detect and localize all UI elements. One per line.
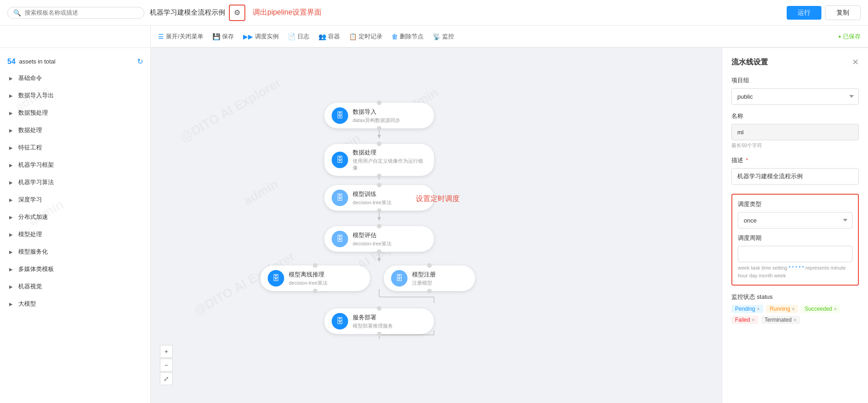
period-hint: week task time setting * * * * * represe… — [738, 264, 852, 279]
sidebar-item-label-11: 多媒体类模板 — [18, 265, 54, 273]
main-layout: 54 assets in total ↻ admin admin ▶ 基础命令 … — [0, 48, 868, 403]
sidebar-item-2[interactable]: ▶ 数据预处理 — [0, 104, 150, 122]
toolbar-expand[interactable]: ☰ 展开/关闭菜单 — [158, 32, 203, 41]
toolbar-monitor[interactable]: 📡 监控 — [433, 32, 454, 41]
node-model-eval-title: 模型评估 — [353, 231, 427, 239]
status-failed-label: Failed — [735, 317, 750, 323]
sidebar-item-12[interactable]: ▶ 机器视觉 — [0, 278, 150, 295]
pipeline-title: 机器学习建模全流程示例 — [150, 8, 225, 17]
schedule-type-select[interactable]: once cron manual — [738, 212, 852, 228]
node-model-eval[interactable]: 🗄 模型评估 decision-tree算法 — [324, 226, 434, 252]
saved-badge: ● 已保存 — [838, 32, 861, 41]
status-terminated-close[interactable]: × — [794, 318, 796, 323]
node-data-import-connector-top — [377, 101, 381, 105]
sidebar-item-10[interactable]: ▶ 模型服务化 — [0, 243, 150, 260]
zoom-in-button[interactable]: + — [160, 345, 173, 358]
name-input[interactable] — [731, 124, 859, 140]
node-model-register-icon: 🗄 — [391, 270, 408, 286]
sidebar-item-label-2: 数据预处理 — [18, 109, 48, 117]
monitor-icon: 📡 — [433, 33, 440, 40]
sidebar-chevron-11: ▶ — [9, 267, 13, 272]
toolbar-schedule[interactable]: ▶▶ 调度实例 — [243, 32, 279, 41]
search-box[interactable]: 🔍 — [7, 7, 144, 19]
status-succeeded-close[interactable]: × — [834, 307, 836, 312]
desc-label: 描述 * — [731, 156, 859, 164]
pipeline-svg — [151, 48, 722, 403]
header-title-area: 机器学习建模全流程示例 ⚙ 调出pipeline设置界面 — [150, 5, 781, 21]
node-service-deploy[interactable]: 🗄 服务部署 模型部署推理服务 — [324, 308, 434, 334]
status-failed-close[interactable]: × — [752, 318, 755, 323]
sidebar-item-3[interactable]: ▶ 数据处理 — [0, 122, 150, 139]
node-model-train[interactable]: 🗄 模型训练 decision-tree算法 — [324, 185, 434, 211]
sidebar-item-1[interactable]: ▶ 数据导入导出 — [0, 87, 150, 104]
toolbar-timer[interactable]: 📋 定时记录 — [349, 32, 382, 41]
node-service-deploy-connector-top — [377, 306, 381, 311]
name-section: 名称 最长50个字符 — [731, 112, 859, 149]
node-data-import[interactable]: 🗄 数据导入 datax异构数据源同步 — [324, 103, 434, 128]
status-tag-running: Running × — [766, 305, 799, 313]
sidebar-item-label-13: 大模型 — [18, 300, 36, 308]
search-icon: 🔍 — [13, 9, 21, 16]
panel-close-button[interactable]: ✕ — [852, 57, 859, 67]
sidebar-item-0[interactable]: ▶ 基础命令 — [0, 69, 150, 87]
sidebar-chevron-0: ▶ — [9, 76, 13, 81]
sidebar-chevron-7: ▶ — [9, 197, 13, 202]
node-model-train-desc: decision-tree算法 — [353, 199, 427, 206]
node-data-import-icon: 🗄 — [332, 107, 348, 124]
schedule-type-label: 调度类型 — [738, 200, 852, 208]
node-data-process-connector-top — [377, 142, 381, 146]
node-model-eval-icon: 🗄 — [332, 231, 348, 247]
schedule-period-label: 调度周期 — [738, 234, 852, 242]
node-model-infer-connector-bottom — [313, 289, 318, 293]
refresh-button[interactable]: ↻ — [137, 57, 143, 66]
copy-button[interactable]: 复制 — [825, 5, 861, 20]
sidebar-item-4[interactable]: ▶ 特征工程 — [0, 139, 150, 156]
node-model-train-icon: 🗄 — [332, 190, 348, 206]
node-model-train-content: 模型训练 decision-tree算法 — [353, 190, 427, 206]
run-button[interactable]: 运行 — [787, 6, 821, 20]
node-model-register[interactable]: 🗄 模型注册 注册模型 — [384, 265, 475, 291]
sidebar-item-8[interactable]: ▶ 分布式加速 — [0, 208, 150, 226]
status-tag-failed: Failed × — [731, 316, 758, 324]
project-group-select[interactable]: public — [731, 88, 859, 105]
search-input[interactable] — [25, 9, 134, 16]
toolbar-container[interactable]: 👥 容器 — [318, 32, 340, 41]
zoom-out-button[interactable]: − — [160, 359, 173, 371]
sidebar-chevron-5: ▶ — [9, 163, 13, 168]
node-model-register-content: 模型注册 注册模型 — [412, 270, 468, 286]
svg-marker-12 — [377, 217, 381, 221]
node-model-infer-desc: decision-tree算法 — [289, 280, 363, 286]
status-terminated-label: Terminated — [765, 317, 792, 323]
desc-textarea[interactable]: 机器学习建模全流程示例 — [731, 168, 859, 185]
toolbar-delete[interactable]: 🗑 删除节点 — [392, 32, 423, 41]
status-running-label: Running — [770, 306, 790, 312]
node-data-import-title: 数据导入 — [353, 108, 427, 116]
schedule-period-input[interactable] — [738, 246, 852, 262]
status-pending-label: Pending — [735, 306, 755, 312]
node-data-process-desc: 使用用户自定义镜像作为运行镜像 — [353, 158, 427, 171]
monitor-status-label: 监控状态 status — [731, 293, 859, 301]
sidebar-item-label-7: 深度学习 — [18, 196, 42, 204]
sidebar-chevron-13: ▶ — [9, 302, 13, 307]
toolbar-save[interactable]: 💾 保存 — [212, 32, 234, 41]
sidebar-item-13[interactable]: ▶ 大模型 — [0, 295, 150, 313]
status-running-close[interactable]: × — [792, 307, 795, 312]
zoom-fit-button[interactable]: ⤢ — [160, 372, 173, 385]
node-data-process[interactable]: 🗄 数据处理 使用用户自定义镜像作为运行镜像 — [324, 144, 434, 176]
sidebar-item-label-10: 模型服务化 — [18, 248, 48, 256]
sidebar-item-7[interactable]: ▶ 深度学习 — [0, 191, 150, 208]
sidebar-item-9[interactable]: ▶ 模型处理 — [0, 226, 150, 243]
toolbar-timer-label: 定时记录 — [359, 32, 382, 41]
status-pending-close[interactable]: × — [757, 307, 760, 312]
sidebar-item-6[interactable]: ▶ 机器学习算法 — [0, 174, 150, 191]
node-data-process-title: 数据处理 — [353, 148, 427, 157]
toolbar-log[interactable]: 📄 日志 — [288, 32, 309, 41]
node-model-register-title: 模型注册 — [412, 270, 468, 279]
sidebar-item-label-3: 数据处理 — [18, 126, 42, 134]
toolbar-delete-label: 删除节点 — [400, 32, 423, 41]
sidebar-item-5[interactable]: ▶ 机器学习框架 — [0, 156, 150, 174]
sidebar-item-11[interactable]: ▶ 多媒体类模板 — [0, 260, 150, 278]
node-model-infer[interactable]: 🗄 模型离线推理 decision-tree算法 — [260, 265, 370, 291]
timer-icon: 📋 — [349, 33, 357, 40]
gear-settings-button[interactable]: ⚙ — [229, 5, 245, 21]
